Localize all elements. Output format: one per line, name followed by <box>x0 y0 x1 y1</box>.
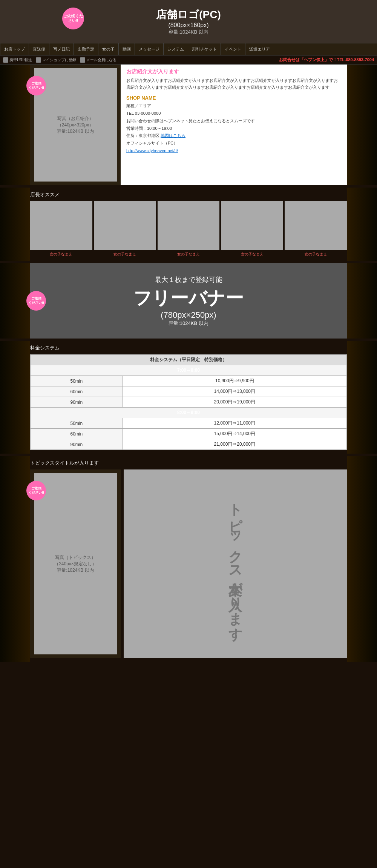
nav-item-area[interactable]: 派遣エリア <box>245 43 274 55</box>
topics-photo-text: 写真（トピックス）（240px×規定なし）容量:1024KB 以内 <box>54 554 97 574</box>
shop-tel: TEL 03-0000-0000 <box>126 110 341 117</box>
topics-body-text: トピックス本文が入ります <box>227 494 243 634</box>
free-banner-request-badge: ご依頼ください!! <box>26 291 46 311</box>
nav-item-message[interactable]: メッセージ <box>135 43 164 55</box>
logo-size: (800px×160px) <box>156 22 221 29</box>
pricing-time-2: 60min <box>31 386 123 397</box>
pricing-time-3: 90min <box>31 397 123 408</box>
logo-text-block: 店舗ロゴ(PC) (800px×160px) 容量:1024KB 以内 <box>156 8 221 35</box>
free-banner-note: 容量:1024KB 以内 <box>169 320 208 327</box>
girl-card-1[interactable]: 女の子なまえ <box>30 201 92 257</box>
pricing-row-2: 60min 14,000円⇒13,000円 <box>31 386 347 397</box>
pricing-time-4: 50min <box>31 418 123 429</box>
girl-photo-2 <box>94 201 156 250</box>
logo-area: ご依頼 ください!! 店舗ロゴ(PC) (800px×160px) 容量:102… <box>0 0 377 43</box>
nav-item-girls[interactable]: 女の子 <box>98 43 119 55</box>
girl-card-5[interactable]: 女の子なまえ <box>285 201 347 257</box>
girl-card-2[interactable]: 女の子なまえ <box>94 201 156 257</box>
shop-main-section: ご依頼ください!! 写真（お店紹介）（240px×320px）容量:1024KB… <box>30 65 347 185</box>
girl-card-4[interactable]: 女の子なまえ <box>221 201 283 257</box>
shop-details: 業種／エリア TEL 03-0000-0000 お問い合わせの際はヘブンネット見… <box>126 102 341 155</box>
free-banner-sub: (780px×250px) <box>161 310 216 320</box>
nav-bar: お店トップ 直送便 写メ日記 出勤予定 女の子 動画 メッセージ システム 割引… <box>0 43 377 55</box>
topics-photo-placeholder: 写真（トピックス）（240px×規定なし）容量:1024KB 以内 <box>34 473 117 654</box>
topics-title: トピックスタイトルが入ります <box>30 460 347 466</box>
free-banner-section: ご依頼ください!! 最大１枚まで登録可能 フリーバナー (780px×250px… <box>30 263 347 339</box>
mobile-url-label: 携帯URL転送 <box>9 57 32 63</box>
girl-photo-5 <box>285 201 347 250</box>
free-banner-main: フリーバナー <box>133 286 244 310</box>
pricing-section: 料金システム 料金システム（平日限定 特別価格） 7:00～8:00 50min… <box>30 341 347 454</box>
pricing-time-block-1: 7:00～8:00 <box>31 365 347 376</box>
shop-photo-request-badge: ご依頼ください!! <box>26 76 46 95</box>
pricing-table-header: 料金システム（平日限定 特別価格） <box>31 355 347 365</box>
logo-request-badge: ご依頼 ください!! <box>62 8 84 29</box>
shop-intro-text: お店紹介文が入りますお店紹介文が入りますお店紹介文が入りますお店紹介文が入ります… <box>126 77 341 91</box>
girl-name-4: 女の子なまえ <box>241 252 264 257</box>
nav-item-schedule[interactable]: 出勤予定 <box>74 43 98 55</box>
logo-title: 店舗ロゴ(PC) <box>156 8 221 22</box>
pricing-row-3: 90min 20,000円⇒19,000円 <box>31 397 347 408</box>
shop-photo-text: 写真（お店紹介）（240px×320px）容量:1024KB 以内 <box>57 115 93 135</box>
girl-name-3: 女の子なまえ <box>177 252 200 257</box>
shop-official-site: オフィシャルサイト（PC） <box>126 140 341 147</box>
shop-name-label: SHOP NAME <box>126 95 341 101</box>
shop-hours: 営業時間：10:00～19:00 <box>126 125 341 132</box>
myshop-link[interactable]: マイショップに登録 <box>36 57 76 63</box>
pricing-price-5: 15,000円⇒14,000円 <box>123 429 346 439</box>
pricing-row-5: 60min 15,000円⇒14,000円 <box>31 429 347 439</box>
girls-grid: 女の子なまえ 女の子なまえ 女の子なまえ 女の子なまえ 女の子なまえ <box>30 201 347 257</box>
pricing-time-block-2: 8:00～9:00 <box>31 408 347 418</box>
pricing-table: 料金システム（平日限定 特別価格） 7:00～8:00 50min 10,900… <box>30 354 347 450</box>
nav-item-top[interactable]: お店トップ <box>0 43 29 55</box>
logo-capacity: 容量:1024KB 以内 <box>156 29 221 35</box>
topics-grid: ご依頼ください!! 写真（トピックス）（240px×規定なし）容量:1024KB… <box>30 469 347 658</box>
girl-name-5: 女の子なまえ <box>305 252 327 257</box>
girl-card-3[interactable]: 女の子なまえ <box>158 201 220 257</box>
nav-item-system[interactable]: システム <box>164 43 188 55</box>
sub-nav: 携帯URL転送 マイショップに登録 メール会員になる お問合せは「ヘブン傑上」で… <box>0 55 377 65</box>
shop-website[interactable]: http://www.cityheaven.net/tt/ <box>126 147 341 155</box>
content-layer: ご依頼 ください!! 店舗ロゴ(PC) (800px×160px) 容量:102… <box>0 0 377 677</box>
girl-photo-1 <box>30 201 92 250</box>
myshop-icon <box>36 57 41 63</box>
pricing-time-5: 60min <box>31 429 123 439</box>
nav-item-event[interactable]: イベント <box>221 43 245 55</box>
pricing-row-4: 50min 12,000円⇒11,000円 <box>31 418 347 429</box>
shop-photo-placeholder: 写真（お店紹介）（240px×320px）容量:1024KB 以内 <box>34 68 117 182</box>
page-wrapper: ご依頼 ください!! 店舗ロゴ(PC) (800px×160px) 容量:102… <box>0 0 377 677</box>
girls-section-title: 店長オススメ <box>30 191 347 198</box>
nav-item-delivery[interactable]: 直送便 <box>29 43 49 55</box>
mail-icon <box>80 57 85 63</box>
pricing-time-1: 50min <box>31 376 123 386</box>
mail-link[interactable]: メール会員になる <box>80 57 116 63</box>
shop-intro-title: お店紹介文が入ります <box>126 68 341 75</box>
pricing-row-6: 90min 21,000円⇒20,000円 <box>31 439 347 450</box>
bottom-spacer <box>0 662 377 677</box>
mail-label: メール会員になる <box>86 57 116 63</box>
girl-photo-4 <box>221 201 283 250</box>
pricing-price-6: 21,000円⇒20,000円 <box>123 439 346 450</box>
mobile-icon <box>3 57 8 63</box>
pricing-row-1: 50min 10,900円⇒9,900円 <box>31 376 347 386</box>
shop-inquiry: お問い合わせの際はヘブンネット見たとお伝えになるとスムーズです <box>126 117 341 125</box>
nav-item-coupon[interactable]: 割引チケット <box>188 43 221 55</box>
mobile-url-link[interactable]: 携帯URL転送 <box>3 57 32 63</box>
topics-text-area: トピックス本文が入ります <box>124 469 347 658</box>
shop-business-type: 業種／エリア <box>126 102 341 110</box>
pricing-price-3: 20,000円⇒19,000円 <box>123 397 346 408</box>
shop-photo-area: ご依頼ください!! 写真（お店紹介）（240px×320px）容量:1024KB… <box>30 65 121 185</box>
shop-address-link[interactable]: 地図はこちら <box>161 133 185 138</box>
myshop-label: マイショップに登録 <box>42 57 76 63</box>
pricing-price-1: 10,900円⇒9,900円 <box>123 376 346 386</box>
shop-address: 住所：東京都港区 地図はこちら <box>126 132 341 140</box>
free-banner-top: 最大１枚まで登録可能 <box>155 275 222 284</box>
topics-section: トピックスタイトルが入ります ご依頼ください!! 写真（トピックス）（240px… <box>30 456 347 662</box>
contact-text: お問合せは「ヘブン傑上」で！TEL.080-8893-7004 <box>279 57 374 62</box>
pricing-price-2: 14,000円⇒13,000円 <box>123 386 346 397</box>
topics-request-badge: ご依頼ください!! <box>26 481 46 500</box>
nav-item-video[interactable]: 動画 <box>119 43 135 55</box>
pricing-price-4: 12,000円⇒11,000円 <box>123 418 346 429</box>
nav-item-diary[interactable]: 写メ日記 <box>49 43 74 55</box>
girl-name-1: 女の子なまえ <box>50 252 72 257</box>
